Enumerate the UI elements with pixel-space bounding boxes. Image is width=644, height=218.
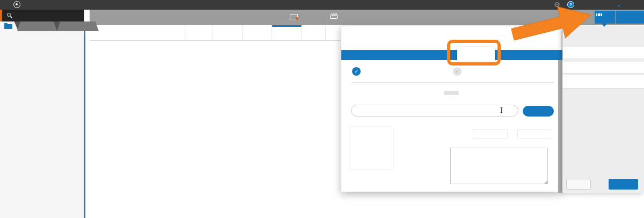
copy-button[interactable] [523, 106, 554, 117]
template-option-current-layout[interactable] [563, 75, 644, 89]
panel-pointer [602, 24, 607, 27]
enable-sharing-checkbox[interactable]: ✓ [453, 67, 462, 76]
embed-height-input[interactable] [517, 129, 552, 139]
sharing-highlight-annotation [447, 40, 501, 66]
menu-url-field[interactable] [351, 105, 518, 117]
qr-code-image [350, 127, 393, 169]
cancel-button[interactable] [566, 179, 591, 190]
divider [351, 82, 554, 83]
embed-width-input[interactable] [473, 129, 508, 139]
resize-handle[interactable] [544, 180, 547, 184]
embed-code-textarea[interactable] [450, 148, 548, 184]
template-panel [562, 26, 644, 193]
column-portion-name[interactable] [185, 25, 213, 41]
folder-icon [4, 24, 12, 29]
modal-scrollbar[interactable] [558, 60, 562, 193]
search-icon [7, 13, 11, 17]
template-option-front-of-house[interactable] [563, 47, 644, 59]
text-cursor-icon: I [500, 107, 503, 114]
apply-button[interactable] [609, 179, 638, 190]
beta-badge [618, 5, 620, 6]
template-settings-button[interactable] [595, 11, 615, 24]
your-menu-url-pill [444, 91, 459, 95]
column-name[interactable] [90, 25, 185, 41]
printer-icon [330, 14, 338, 19]
export-to-button[interactable] [616, 11, 644, 24]
app-logo-icon [13, 1, 20, 8]
sidebar [0, 31, 84, 218]
column-sale-price[interactable] [243, 25, 272, 41]
column-portion-size-active[interactable] [272, 25, 302, 41]
tab-my-foods[interactable] [17, 21, 57, 31]
tab-my-recipes[interactable] [57, 21, 99, 31]
table-column-headers [90, 25, 343, 41]
publish-checkbox[interactable]: ✓ [352, 67, 361, 76]
monitor-icon [290, 14, 298, 19]
column-vegetarian[interactable] [302, 25, 326, 41]
column-portion-size-g[interactable] [213, 25, 243, 41]
template-option-customer-menu-1[interactable] [563, 62, 644, 74]
menu-cycle-tree [0, 31, 84, 34]
search-bar[interactable] [0, 10, 84, 21]
